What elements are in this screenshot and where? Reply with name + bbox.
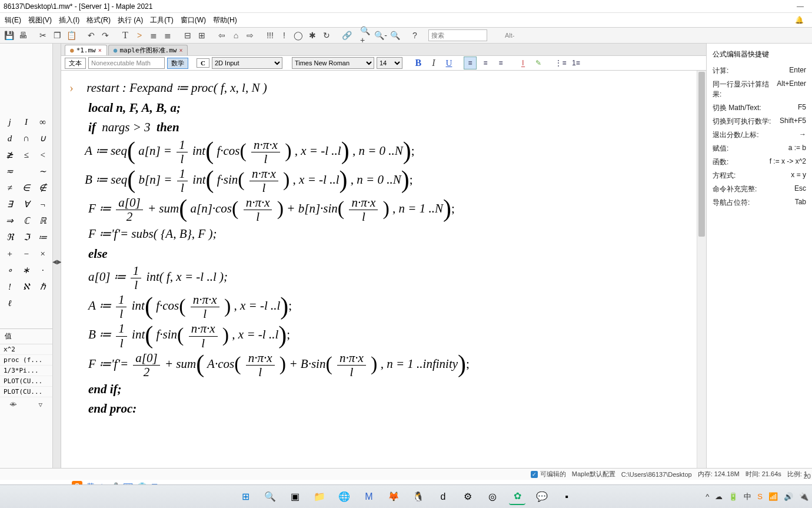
help-icon[interactable]: ? [408,29,421,42]
palette-collapse-handle[interactable]: ◀▶ [53,44,61,479]
scrollbar-thumb[interactable] [698,72,705,237]
palette-symbol[interactable]: ∘ [2,263,18,278]
palette-symbol[interactable]: < [35,147,51,162]
palette-symbol[interactable]: ∪ [35,131,51,146]
palette-symbol[interactable] [18,295,35,311]
text-t-icon[interactable]: T [119,29,132,42]
palette-symbol[interactable]: ℝ [35,213,51,228]
bold-icon[interactable]: B [412,57,425,69]
firefox-icon[interactable]: 🦊 [385,489,402,505]
palette-symbol[interactable]: · [35,263,51,278]
eye-slash-icon[interactable]: 👁 [10,401,16,409]
highlight-icon[interactable]: ✎ [532,57,545,69]
underline-icon[interactable]: U [442,57,455,69]
tray-power-icon[interactable]: 🔌 [799,492,808,501]
minimize-button[interactable]: — [797,2,804,11]
zoom-out-icon[interactable]: 🔍‑ [374,29,387,42]
mode-text-button[interactable]: 文本 [65,58,86,69]
palette-symbol[interactable]: − [18,246,35,261]
edge-icon[interactable]: 🌐 [336,489,352,505]
link-icon[interactable]: 🔗 [340,29,353,42]
palette-symbol[interactable]: I [18,114,35,130]
stop-icon[interactable]: ◯ [292,29,305,42]
undo-icon[interactable]: ↶ [85,29,98,42]
restart-icon[interactable]: ↻ [320,29,333,42]
align-left-icon[interactable]: ≡ [464,57,477,69]
tray-lang-icon[interactable]: 中 [744,492,751,502]
palette-symbol[interactable]: ∀ [18,197,35,212]
align-right-icon[interactable]: ≡ [494,57,507,69]
palette-symbol[interactable]: ∼ [35,164,51,179]
palette-symbol[interactable]: d [2,131,18,146]
palette-value-row[interactable]: 1/3*Pi... [0,366,52,376]
menu-insert[interactable]: 插入(I) [55,14,83,26]
palette-symbol[interactable]: ⇒ [2,213,18,228]
paste-icon[interactable]: 📋 [65,29,78,42]
save-icon[interactable]: 💾 [2,29,15,42]
task-view-icon[interactable]: ▣ [287,489,303,505]
palette-symbol[interactable]: + [2,246,18,261]
palette-symbol[interactable] [18,164,35,179]
outdent-icon[interactable]: ≣ [147,29,160,42]
qq-icon[interactable]: 🐧 [410,489,427,505]
palette-symbol[interactable]: ∉ [35,180,51,195]
indent-icon[interactable]: ≣ [161,29,174,42]
palette-symbol[interactable]: ℓ [2,295,18,311]
palette-value-row[interactable]: x^2 [0,344,52,355]
palette-symbol[interactable]: ≔ [35,230,51,245]
palette-value-row[interactable]: proc (f... [0,355,52,366]
terminal-icon[interactable]: ▪ [558,489,575,505]
exec-one-icon[interactable]: ! [278,29,291,42]
document-tab-1[interactable]: ● *1.mw × [65,45,107,55]
editable-check-icon[interactable]: ✓ [531,471,538,478]
menu-format[interactable]: 格式(R) [83,14,114,26]
palette-symbol[interactable]: ∞ [35,114,51,130]
redo-icon[interactable]: ↷ [99,29,112,42]
palette-symbol[interactable]: ∩ [18,131,35,146]
copy-icon[interactable]: ❐ [51,29,64,42]
palette-symbol[interactable]: ℑ [18,230,35,245]
debug-icon[interactable]: ✱ [306,29,319,42]
search-taskbar-icon[interactable]: 🔍 [262,489,278,505]
menu-tools[interactable]: 工具(T) [147,14,177,26]
menu-window[interactable]: 窗口(W) [177,14,209,26]
tray-onedrive-icon[interactable]: ☁ [715,492,723,501]
zoom-reset-icon[interactable]: 🔍 [388,29,401,42]
palette-value-row[interactable]: PLOT(CU... [0,376,52,387]
palette-symbol[interactable]: ∈ [18,180,35,195]
palette-symbol[interactable]: ! [2,279,18,294]
prompt-icon[interactable]: > [133,29,146,42]
app-m-icon[interactable]: M [361,489,377,505]
search-input[interactable] [428,29,487,41]
section-out-icon[interactable]: ⊞ [195,29,208,42]
font-size-select[interactable]: 14 [377,57,402,69]
mode-math-button[interactable]: 数学 [167,58,188,69]
tray-battery-icon[interactable]: 🔋 [728,492,738,501]
system-tray[interactable]: ^ ☁ 🔋 中 S 📶 🔊 🔌 [705,492,808,502]
palette-symbol[interactable]: ∗ [18,263,35,278]
align-center-icon[interactable]: ≡ [479,57,492,69]
back-icon[interactable]: ⇦ [215,29,228,42]
menu-view[interactable]: 视图(V) [25,14,55,26]
nonexec-math-field[interactable] [88,57,165,69]
section-in-icon[interactable]: ⊟ [181,29,194,42]
document-tab-2[interactable]: ● maple作图标准.mw × [108,45,188,55]
menu-edit[interactable]: 辑(E) [1,14,25,26]
palette-symbol[interactable]: ℵ [18,279,35,294]
palette-symbol[interactable]: × [35,246,51,261]
palette-symbol[interactable]: ℜ [2,230,18,245]
home-icon[interactable]: ⌂ [229,29,242,42]
number-list-icon[interactable]: 1≡ [570,57,583,69]
palette-symbol[interactable]: ≂ [2,164,18,179]
palette-symbol[interactable]: ≱ [2,147,18,162]
input-mode-select[interactable]: 2D Input [212,57,282,69]
maple-icon[interactable]: ✿ [509,489,525,505]
exec-all-icon[interactable]: !!! [264,29,277,42]
tray-sougou-icon[interactable]: S [757,492,763,501]
explorer-icon[interactable]: 📁 [311,489,328,505]
palette-symbol[interactable]: ≤ [18,147,35,162]
italic-icon[interactable]: I [427,57,440,69]
config-button[interactable]: C [197,58,209,68]
bullet-list-icon[interactable]: ⋮≡ [554,57,567,69]
zoom-in-icon[interactable]: 🔍+ [360,29,373,42]
